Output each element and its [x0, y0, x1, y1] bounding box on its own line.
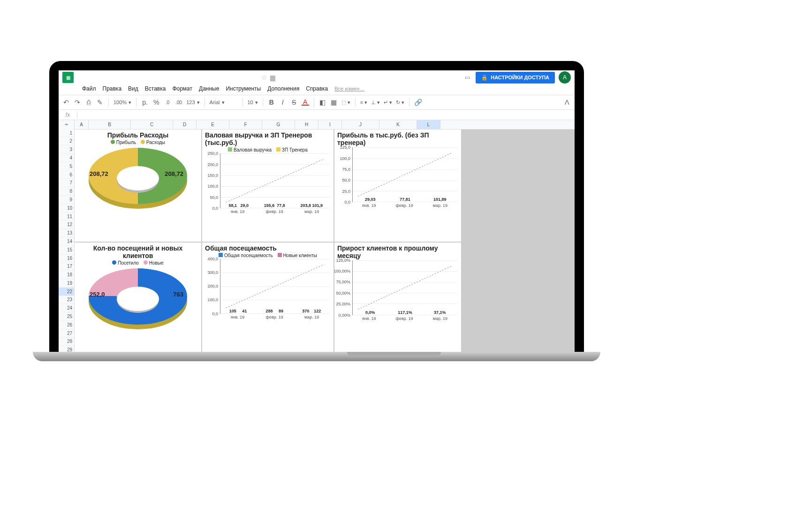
wrap-icon[interactable]: ↵ ▾	[384, 99, 392, 106]
zoom-select[interactable]: 100% ▾	[114, 99, 131, 106]
undo-icon[interactable]: ↶	[62, 99, 70, 106]
row-header[interactable]: 4	[59, 154, 74, 162]
chart-legend: Валовая выручка ЗП Тренера	[205, 147, 331, 152]
title-bar: ▦ ☆ ▆ ▭ 🔒 НАСТРОЙКИ ДОСТУПА A	[59, 70, 575, 84]
row-headers: ◂▸ 1234567891011121314151617181922232425…	[59, 120, 75, 354]
menu-file[interactable]: Файл	[82, 85, 96, 92]
bar-chart: 0,050,0100,0150,0200,0250,058,129,0155,6…	[205, 153, 331, 217]
merge-cells-icon[interactable]: ⬚ ▾	[341, 99, 350, 106]
row-header[interactable]: 12	[59, 220, 74, 229]
row-header[interactable]: 27	[59, 329, 74, 338]
text-color-icon[interactable]: A	[302, 99, 309, 106]
menu-help[interactable]: Справка	[306, 85, 328, 92]
row-header[interactable]: 9	[59, 196, 74, 204]
print-icon[interactable]: ⎙	[85, 99, 92, 106]
column-header[interactable]: E	[197, 120, 229, 129]
font-select[interactable]: Arial ▾	[210, 99, 238, 106]
row-header[interactable]: 19	[59, 279, 74, 288]
column-header[interactable]: I	[318, 120, 342, 129]
row-header[interactable]: 13	[59, 229, 74, 237]
row-header[interactable]: 14	[59, 237, 74, 246]
row-header[interactable]: 25	[59, 312, 74, 321]
comments-icon[interactable]: ▭	[462, 73, 472, 82]
toolbar-expand-icon[interactable]: ᐱ	[563, 99, 571, 106]
row-header[interactable]: 11	[59, 213, 74, 221]
changes-link[interactable]: Все измен…	[334, 86, 364, 91]
row-collapse-icon[interactable]: ◂▸	[59, 120, 74, 129]
column-header[interactable]: H	[295, 120, 318, 129]
chart-title: Валовая выручка и ЗП Тренеров (тыс.руб.)	[205, 131, 331, 146]
slice-label: 208,72	[90, 170, 108, 177]
menu-format[interactable]: Формат	[172, 85, 192, 92]
row-header[interactable]: 6	[59, 171, 74, 179]
row-header[interactable]: 2	[59, 137, 74, 145]
decrease-decimal-button[interactable]: .0	[164, 100, 171, 105]
row-header[interactable]: 22	[59, 288, 74, 296]
folder-icon[interactable]: ▆	[270, 74, 275, 81]
row-header[interactable]: 10	[59, 204, 74, 213]
v-align-icon[interactable]: ⊥ ▾	[371, 99, 380, 106]
row-header[interactable]: 18	[59, 271, 74, 279]
font-size-select[interactable]: 10 ▾	[248, 99, 258, 106]
column-headers: ABCDEFGHIJKL	[75, 120, 575, 129]
x-axis: янв. 19февр. 19мар. 19	[352, 316, 457, 324]
charts-area: Прибыль Расходы Прибыль Расходы 208,72 2…	[75, 129, 575, 354]
h-align-icon[interactable]: ≡ ▾	[360, 99, 367, 106]
strike-icon[interactable]: S	[290, 99, 298, 106]
chart-panel[interactable]: Кол-во посещений и новых клиентов Посети…	[75, 243, 201, 355]
redo-icon[interactable]: ↷	[74, 99, 81, 106]
chart-legend: Прибыль Расходы	[77, 140, 198, 145]
chart-panel[interactable]: Прибыль в тыс.руб. (без ЗП тренера)0,025…	[334, 129, 461, 242]
row-header[interactable]: 26	[59, 321, 74, 329]
italic-icon[interactable]: I	[279, 99, 287, 106]
row-header[interactable]: 5	[59, 162, 74, 171]
slice-label: 208,72	[165, 170, 183, 177]
fill-color-icon[interactable]: ◧	[319, 99, 326, 106]
row-header[interactable]: 17	[59, 262, 74, 271]
menu-tools[interactable]: Инструменты	[226, 85, 261, 92]
column-header[interactable]: K	[379, 120, 417, 129]
currency-button[interactable]: р.	[141, 99, 149, 106]
column-header[interactable]: D	[173, 120, 197, 129]
bar-chart: 0,025,050,075,0100,0125,029,0377,81101,8…	[337, 147, 458, 211]
row-header[interactable]: 8	[59, 187, 74, 196]
row-header[interactable]: 1	[59, 129, 74, 137]
row-header[interactable]: 7	[59, 179, 74, 187]
menu-insert[interactable]: Вставка	[145, 85, 166, 92]
avatar[interactable]: A	[559, 71, 571, 84]
chart-panel[interactable]: Валовая выручка и ЗП Тренеров (тыс.руб.)…	[202, 129, 333, 242]
bold-icon[interactable]: B	[268, 99, 275, 106]
link-icon[interactable]: 🔗	[414, 99, 422, 106]
row-header[interactable]: 24	[59, 304, 74, 312]
laptop-notch	[347, 352, 441, 356]
increase-decimal-button[interactable]: .00	[175, 100, 182, 105]
percent-button[interactable]: %	[152, 99, 160, 106]
share-button[interactable]: 🔒 НАСТРОЙКИ ДОСТУПА	[476, 72, 555, 84]
column-header[interactable]: C	[131, 120, 173, 129]
column-header[interactable]: B	[89, 120, 131, 129]
row-header[interactable]: 28	[59, 338, 74, 346]
menu-view[interactable]: Вид	[128, 85, 138, 92]
column-header[interactable]: A	[75, 120, 89, 129]
row-header[interactable]: 15	[59, 246, 74, 254]
column-header[interactable]: G	[262, 120, 295, 129]
menu-data[interactable]: Данные	[199, 85, 219, 92]
chart-panel[interactable]: Прирост клиентов к прошлому месяцу0,00%2…	[334, 243, 461, 355]
chart-panel[interactable]: Прибыль Расходы Прибыль Расходы 208,72 2…	[75, 129, 201, 242]
menu-addons[interactable]: Дополнения	[267, 85, 299, 92]
slice-label: 763	[173, 291, 183, 298]
sheets-logo-icon[interactable]: ▦	[62, 72, 74, 83]
paint-format-icon[interactable]: ✎	[96, 99, 104, 106]
star-icon[interactable]: ☆	[261, 74, 267, 81]
borders-icon[interactable]: ▦	[330, 99, 338, 106]
row-header[interactable]: 16	[59, 254, 74, 263]
rotate-icon[interactable]: ↻ ▾	[396, 99, 404, 106]
row-header[interactable]: 23	[59, 296, 74, 304]
row-header[interactable]: 3	[59, 145, 74, 154]
menu-edit[interactable]: Правка	[103, 85, 122, 92]
column-header[interactable]: L	[417, 120, 440, 129]
column-header[interactable]: J	[342, 120, 379, 129]
number-format-select[interactable]: 123 ▾	[186, 99, 199, 106]
column-header[interactable]: F	[229, 120, 262, 129]
chart-panel[interactable]: Общая посещаемость Общая посещаемость Но…	[202, 243, 333, 355]
